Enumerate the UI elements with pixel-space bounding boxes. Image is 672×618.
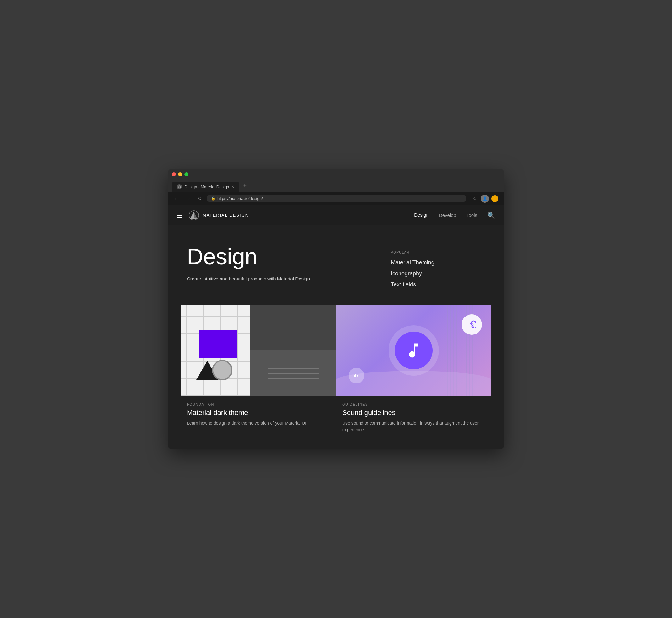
hero-title: Design bbox=[187, 244, 378, 269]
hearing-badge bbox=[461, 314, 482, 335]
sound-card-info: GUIDELINES Sound guidelines Use sound to… bbox=[336, 396, 491, 436]
sound-volume-badge bbox=[349, 368, 364, 384]
line-2 bbox=[268, 373, 319, 374]
site-content: ☰ MATERIAL DESIGN Design Develop Tools 🔍 bbox=[168, 205, 504, 449]
grid-background bbox=[181, 305, 250, 396]
hero-subtitle: Create intuitive and beautiful products … bbox=[187, 275, 378, 283]
nav-link-design[interactable]: Design bbox=[414, 206, 429, 224]
close-window-button[interactable] bbox=[172, 172, 176, 176]
hamburger-button[interactable]: ☰ bbox=[174, 209, 185, 222]
site-logo: MATERIAL DESIGN bbox=[189, 210, 249, 220]
outer-circle bbox=[389, 325, 439, 376]
logo-icon bbox=[189, 210, 199, 220]
music-circle bbox=[395, 332, 433, 369]
volume-icon bbox=[353, 372, 360, 380]
line-3 bbox=[268, 378, 319, 379]
nav-link-develop[interactable]: Develop bbox=[439, 206, 456, 224]
sound-card-description: Use sound to communicate information in … bbox=[342, 420, 485, 433]
browser-window: ⬡ Design - Material Design × + ← → ↻ 🔒 h… bbox=[168, 169, 504, 449]
line-1 bbox=[268, 368, 319, 369]
site-nav: ☰ MATERIAL DESIGN Design Develop Tools 🔍 bbox=[168, 205, 504, 225]
minimize-window-button[interactable] bbox=[178, 172, 182, 176]
logo-text: MATERIAL DESIGN bbox=[202, 213, 249, 217]
search-button[interactable]: 🔍 bbox=[485, 209, 498, 222]
foundation-card-info: FOUNDATION Material dark theme Learn how… bbox=[181, 396, 336, 430]
foundation-card-description: Learn how to design a dark theme version… bbox=[187, 420, 330, 427]
music-note-icon bbox=[404, 341, 423, 360]
nav-links: Design Develop Tools bbox=[414, 206, 477, 224]
tab-favicon: ⬡ bbox=[177, 184, 182, 189]
dark-panel-top bbox=[250, 305, 336, 350]
bookmark-button[interactable]: ☆ bbox=[471, 194, 478, 203]
foundation-card-title: Material dark theme bbox=[187, 409, 330, 417]
cards-grid: FOUNDATION Material dark theme Learn how… bbox=[168, 305, 504, 449]
hero-left: Design Create intuitive and beautiful pr… bbox=[187, 244, 378, 292]
purple-rectangle bbox=[199, 330, 237, 358]
sound-card[interactable]: GUIDELINES Sound guidelines Use sound to… bbox=[336, 305, 491, 436]
foundation-card-image bbox=[181, 305, 336, 396]
browser-actions: ☆ 👤 ! bbox=[470, 194, 500, 203]
address-bar[interactable]: 🔒 https://material.io/design/ bbox=[207, 195, 466, 202]
hero-right: POPULAR Material Theming Iconography Tex… bbox=[391, 244, 485, 292]
hamburger-icon: ☰ bbox=[177, 212, 182, 219]
foundation-card[interactable]: FOUNDATION Material dark theme Learn how… bbox=[181, 305, 336, 436]
nav-link-tools[interactable]: Tools bbox=[466, 206, 477, 224]
sound-card-image bbox=[336, 305, 491, 396]
dark-panel-bottom bbox=[250, 350, 336, 396]
hero-section: Design Create intuitive and beautiful pr… bbox=[168, 225, 504, 305]
address-text: https://material.io/design/ bbox=[218, 196, 263, 201]
active-tab[interactable]: ⬡ Design - Material Design × bbox=[172, 182, 239, 192]
dark-panel bbox=[250, 305, 336, 396]
browser-tabs: ⬡ Design - Material Design × + bbox=[172, 180, 500, 192]
popular-link-theming[interactable]: Material Theming bbox=[391, 259, 485, 266]
address-bar-row: ← → ↻ 🔒 https://material.io/design/ ☆ 👤 … bbox=[168, 192, 504, 205]
refresh-button[interactable]: ↻ bbox=[196, 194, 203, 203]
sound-card-category: GUIDELINES bbox=[342, 402, 485, 406]
sound-card-title: Sound guidelines bbox=[342, 409, 485, 417]
tab-title: Design - Material Design bbox=[184, 185, 229, 189]
popular-link-textfields[interactable]: Text fields bbox=[391, 281, 485, 288]
back-button[interactable]: ← bbox=[172, 195, 181, 203]
maximize-window-button[interactable] bbox=[184, 172, 188, 176]
shapes-container bbox=[196, 360, 233, 380]
tab-close-button[interactable]: × bbox=[232, 184, 234, 189]
new-tab-button[interactable]: + bbox=[239, 180, 251, 192]
circle-shape bbox=[212, 360, 233, 380]
user-avatar[interactable]: 👤 bbox=[481, 195, 489, 203]
lock-icon: 🔒 bbox=[211, 196, 216, 201]
foundation-card-category: FOUNDATION bbox=[187, 402, 330, 406]
popular-label: POPULAR bbox=[391, 250, 485, 254]
warning-badge: ! bbox=[491, 195, 498, 202]
traffic-lights bbox=[172, 172, 500, 176]
browser-chrome: ⬡ Design - Material Design × + bbox=[168, 169, 504, 192]
search-icon: 🔍 bbox=[487, 212, 495, 219]
forward-button[interactable]: → bbox=[184, 195, 192, 203]
popular-link-iconography[interactable]: Iconography bbox=[391, 270, 485, 277]
